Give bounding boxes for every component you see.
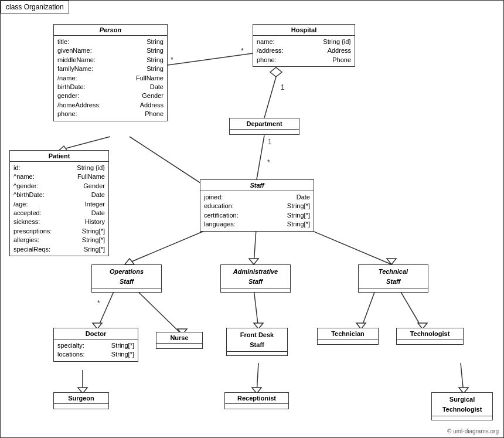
technical-staff-class: TechnicalStaff (358, 264, 428, 293)
svg-line-7 (257, 135, 264, 179)
svg-line-18 (254, 289, 258, 329)
surgical-technologist-header: SurgicalTechnologist (432, 393, 492, 416)
technician-header: Technician (318, 328, 378, 339)
department-header: Department (230, 118, 299, 130)
svg-text:1: 1 (281, 83, 285, 91)
svg-marker-13 (387, 259, 396, 264)
doctor-header: Doctor (54, 328, 138, 339)
svg-line-28 (461, 363, 464, 393)
department-class: Department (229, 118, 299, 135)
svg-marker-5 (270, 67, 282, 77)
administrative-staff-header: AdministrativeStaff (221, 265, 290, 288)
diagram-title: class Organization (1, 1, 69, 13)
svg-text:*: * (267, 158, 270, 167)
receptionist-header: Receptionist (225, 393, 288, 404)
surgeon-body (54, 404, 108, 409)
svg-text:*: * (97, 299, 100, 307)
hospital-class: Hospital name:String {id} /address:Addre… (253, 24, 355, 67)
receptionist-body (225, 404, 288, 409)
nurse-header: Nurse (156, 332, 202, 344)
administrative-staff-class: AdministrativeStaff (220, 264, 291, 293)
svg-text:*: * (241, 47, 244, 55)
operations-staff-header: OperationsStaff (92, 265, 161, 288)
nurse-class: Nurse (156, 332, 203, 349)
operations-staff-class: OperationsStaff (91, 264, 162, 293)
technician-body (318, 339, 378, 344)
surgical-technologist-body (432, 416, 492, 420)
receptionist-class: Receptionist (224, 392, 289, 409)
staff-class: Staff joined:Date education:String[*] ce… (200, 179, 314, 232)
hospital-body: name:String {id} /address:Address phone:… (253, 36, 355, 66)
diagram-container: class Organization (0, 0, 504, 438)
operations-staff-body (92, 288, 161, 292)
department-body (230, 130, 299, 134)
front-desk-staff-header: Front DeskStaff (227, 328, 287, 352)
svg-line-22 (399, 289, 423, 329)
staff-body: joined:Date education:String[*] certific… (200, 191, 314, 231)
svg-text:1: 1 (268, 138, 272, 146)
staff-header: Staff (200, 180, 314, 191)
svg-marker-11 (249, 259, 258, 264)
person-header: Person (54, 25, 167, 36)
technical-staff-header: TechnicalStaff (359, 265, 428, 288)
svg-line-0 (59, 137, 110, 150)
svg-line-26 (257, 363, 258, 393)
nurse-body (156, 344, 202, 348)
svg-line-16 (135, 289, 182, 335)
svg-line-14 (97, 289, 115, 329)
technician-class: Technician (317, 328, 379, 345)
patient-class: Patient id:String {id} ^name:FullName ^g… (9, 150, 109, 256)
person-body: title:String givenName:String middleName… (54, 36, 167, 121)
technical-staff-body (359, 288, 428, 292)
technologist-body (397, 339, 463, 344)
hospital-header: Hospital (253, 25, 355, 36)
svg-text:*: * (171, 56, 173, 64)
svg-line-4 (264, 77, 276, 118)
doctor-class: Doctor specialty:String[*] locations:Str… (53, 328, 138, 362)
svg-line-6 (168, 53, 253, 65)
svg-line-20 (361, 289, 376, 329)
svg-marker-9 (125, 259, 134, 264)
person-class: Person title:String givenName:String mid… (53, 24, 168, 121)
front-desk-staff-body (227, 352, 287, 355)
surgeon-header: Surgeon (54, 393, 108, 404)
technologist-header: Technologist (397, 328, 463, 339)
administrative-staff-body (221, 288, 290, 292)
front-desk-staff-class: Front DeskStaff (226, 328, 288, 356)
patient-body: id:String {id} ^name:FullName ^gender:Ge… (10, 162, 108, 256)
patient-header: Patient (10, 151, 108, 162)
surgical-technologist-class: SurgicalTechnologist (431, 392, 493, 420)
doctor-body: specialty:String[*] locations:String[*] (54, 339, 138, 361)
copyright: © uml-diagrams.org (447, 428, 499, 434)
surgeon-class: Surgeon (53, 392, 109, 409)
technologist-class: Technologist (396, 328, 464, 345)
